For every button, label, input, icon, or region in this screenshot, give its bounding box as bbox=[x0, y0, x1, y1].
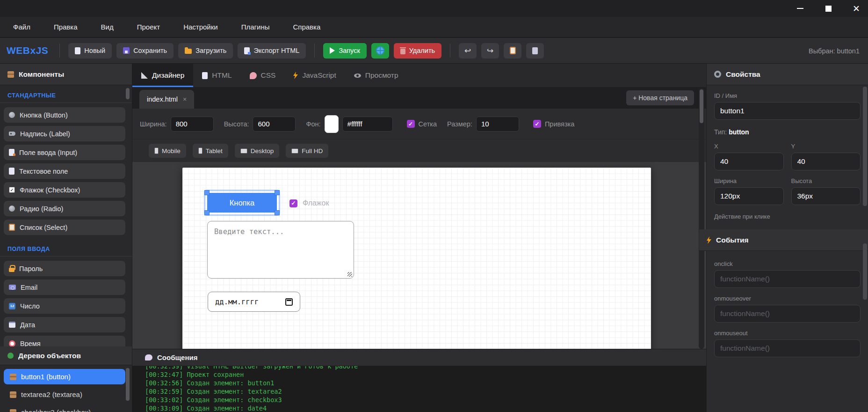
component-textarea[interactable]: Текстовое поле bbox=[4, 163, 125, 179]
component-time[interactable]: Время bbox=[4, 336, 125, 346]
component-input[interactable]: Поле ввода (Input) bbox=[4, 145, 125, 160]
paste-button[interactable] bbox=[526, 43, 544, 59]
run-button[interactable]: Запуск bbox=[323, 43, 366, 59]
canvas-scrollbar-thumb[interactable] bbox=[700, 89, 703, 123]
device-mobile-button[interactable]: Mobile bbox=[149, 144, 186, 158]
tree-icon bbox=[7, 353, 14, 359]
element-width-input[interactable] bbox=[714, 187, 784, 205]
new-button[interactable]: Новый bbox=[68, 43, 112, 59]
tree-item-textarea2[interactable]: textarea2 (textarea) bbox=[4, 387, 125, 402]
menu-plugins[interactable]: Плагины bbox=[235, 20, 276, 34]
id-name-label: ID / Имя bbox=[714, 92, 861, 99]
menu-project[interactable]: Проект bbox=[130, 20, 166, 34]
palette-icon bbox=[250, 72, 257, 79]
device-fullhd-button[interactable]: Full HD bbox=[286, 144, 328, 158]
component-checkbox[interactable]: Флажок (Checkbox) bbox=[4, 182, 125, 198]
canvas-width-input[interactable] bbox=[171, 117, 214, 132]
device-label: Mobile bbox=[162, 147, 181, 154]
element-id-input[interactable] bbox=[714, 102, 861, 120]
events-title: События bbox=[716, 236, 749, 244]
component-password[interactable]: Пароль bbox=[4, 261, 125, 276]
x-position-input[interactable] bbox=[714, 153, 784, 170]
save-button[interactable]: Сохранить bbox=[116, 43, 174, 59]
tab-designer[interactable]: Дизайнер bbox=[132, 64, 193, 87]
tab-label: Дизайнер bbox=[152, 71, 184, 80]
maximize-button[interactable] bbox=[822, 2, 834, 15]
element-height-input[interactable] bbox=[791, 187, 861, 205]
page-tab-index-html[interactable]: index.html × bbox=[139, 90, 194, 109]
lightning-icon bbox=[707, 236, 711, 244]
undo-button[interactable]: ↩ bbox=[459, 43, 477, 59]
device-desktop-button[interactable]: Desktop bbox=[235, 144, 280, 158]
messages-console: Сообщения [00:32:39] Visual HTML Builder… bbox=[132, 349, 706, 412]
resize-handle-top-left[interactable] bbox=[204, 190, 210, 195]
background-color-swatch[interactable] bbox=[325, 115, 339, 133]
grid-size-input[interactable] bbox=[476, 117, 519, 132]
tree-item-checkbox3[interactable]: checkbox3 (checkbox) bbox=[4, 405, 125, 412]
minimize-button[interactable] bbox=[794, 2, 806, 15]
email-icon bbox=[9, 285, 16, 290]
delete-button[interactable]: Удалить bbox=[394, 43, 441, 59]
tab-javascript[interactable]: JavaScript bbox=[284, 64, 345, 87]
redo-icon: ↪ bbox=[487, 47, 493, 55]
device-label: Tablet bbox=[206, 147, 223, 154]
canvas-scrollbar[interactable] bbox=[699, 88, 704, 349]
device-label: Desktop bbox=[251, 147, 274, 154]
canvas-checkbox-label: Флажок bbox=[303, 199, 329, 207]
grid-label: Сетка bbox=[419, 120, 437, 128]
canvas-date-element[interactable]: дд.мм.гггг bbox=[208, 292, 300, 312]
maximize-icon bbox=[825, 6, 832, 12]
resize-handle-bottom-left[interactable] bbox=[204, 210, 210, 215]
tab-html[interactable]: HTML bbox=[193, 64, 240, 87]
tree-scrollbar[interactable] bbox=[126, 368, 130, 401]
onmouseover-input[interactable] bbox=[714, 305, 861, 323]
tree-item-button1[interactable]: button1 (button) bbox=[4, 369, 125, 384]
y-position-input[interactable] bbox=[791, 153, 861, 170]
textarea-placeholder-text: Введите текст... bbox=[214, 228, 284, 236]
background-hex-input[interactable] bbox=[342, 117, 393, 132]
canvas-checkbox-element[interactable]: Флажок bbox=[289, 199, 329, 207]
canvas-height-input[interactable] bbox=[253, 117, 296, 132]
device-tablet-button[interactable]: Tablet bbox=[193, 144, 228, 158]
menu-file[interactable]: Файл bbox=[7, 20, 37, 34]
design-canvas[interactable]: Кнопка Флажок Введите текст... дд.мм.ггг… bbox=[182, 168, 651, 349]
export-html-button[interactable]: Экспорт HTML bbox=[238, 43, 306, 59]
component-date[interactable]: Дата bbox=[4, 317, 125, 332]
close-button[interactable]: ✕ bbox=[850, 2, 862, 15]
console-log[interactable]: [00:32:39] Visual HTML Builder загружен … bbox=[132, 366, 706, 412]
menu-edit[interactable]: Правка bbox=[47, 20, 84, 34]
preview-browser-button[interactable] bbox=[371, 43, 389, 59]
grid-checkbox[interactable] bbox=[407, 120, 415, 128]
components-scrollbar[interactable] bbox=[126, 88, 130, 99]
redo-button[interactable]: ↪ bbox=[481, 43, 499, 59]
canvas-checkbox-box[interactable] bbox=[289, 199, 297, 207]
load-button[interactable]: Загрузить bbox=[178, 43, 233, 59]
component-email[interactable]: Email bbox=[4, 280, 125, 295]
component-button[interactable]: Кнопка (Button) bbox=[4, 107, 125, 123]
component-number[interactable]: Число bbox=[4, 298, 125, 314]
snap-checkbox[interactable] bbox=[533, 120, 541, 128]
onclick-input[interactable] bbox=[714, 270, 861, 288]
menu-help[interactable]: Справка bbox=[286, 20, 327, 34]
tab-preview[interactable]: Просмотр bbox=[345, 64, 407, 87]
tab-css[interactable]: CSS bbox=[241, 64, 285, 87]
resize-handle-bottom-right[interactable] bbox=[275, 210, 280, 215]
properties-scrollbar-thumb[interactable] bbox=[863, 87, 867, 206]
copy-button[interactable] bbox=[504, 43, 521, 59]
canvas-button-element[interactable]: Кнопка bbox=[207, 193, 277, 213]
menu-settings[interactable]: Настройки bbox=[177, 20, 224, 34]
events-scrollbar-thumb[interactable] bbox=[863, 243, 867, 300]
resize-handle-top-right[interactable] bbox=[275, 190, 280, 195]
export-icon bbox=[244, 47, 250, 54]
component-select[interactable]: Список (Select) bbox=[4, 220, 125, 235]
type-value: button bbox=[729, 128, 749, 136]
onmouseout-input[interactable] bbox=[714, 339, 861, 357]
close-tab-icon[interactable]: × bbox=[183, 96, 187, 103]
canvas-textarea-element[interactable]: Введите текст... bbox=[207, 221, 354, 279]
date-picker-icon[interactable] bbox=[285, 298, 293, 306]
component-label[interactable]: Надпись (Label) bbox=[4, 126, 125, 141]
menu-view[interactable]: Вид bbox=[94, 20, 120, 34]
new-page-button[interactable]: + Новая страница bbox=[626, 90, 694, 105]
component-radio[interactable]: Радио (Radio) bbox=[4, 201, 125, 216]
log-line: [00:33:09] Создан элемент: date4 bbox=[145, 404, 706, 412]
